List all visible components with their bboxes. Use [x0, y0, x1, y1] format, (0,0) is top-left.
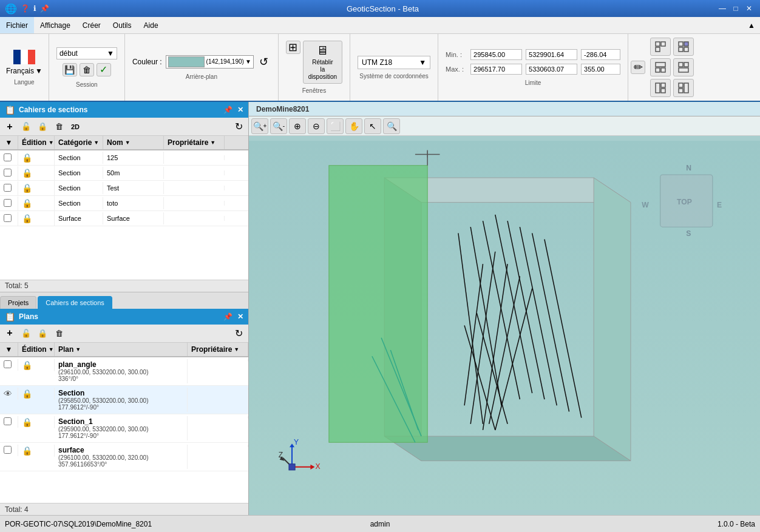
info-icon[interactable]: ℹ: [33, 4, 36, 13]
section-row-5[interactable]: 🔒 Surface Surface: [0, 211, 248, 226]
delete-section-button[interactable]: 🗑: [52, 120, 66, 133]
plans-pin-icon[interactable]: 📌: [223, 312, 232, 321]
svg-rect-1: [661, 42, 665, 46]
unlock-plan-button[interactable]: 🔓: [19, 326, 33, 340]
pencil-button[interactable]: ✏: [631, 61, 645, 74]
plan-row-2[interactable]: 👁 🔒 Section (295850.00, 5330200.00, 300.…: [0, 386, 248, 414]
ribbon-icon-btn-5[interactable]: [650, 79, 671, 97]
plan-row-1[interactable]: 🔒 plan_angle (296100.00, 5330200.00, 300…: [0, 357, 248, 386]
min-x-input[interactable]: [470, 49, 522, 60]
delete-plan-button[interactable]: 🗑: [52, 326, 66, 340]
menu-outils[interactable]: Outils: [107, 17, 138, 33]
min-z-input[interactable]: [581, 49, 620, 60]
viewport-canvas[interactable]: N TOP W E S Y Z: [249, 136, 760, 515]
session-confirm-button[interactable]: ✓: [97, 63, 111, 76]
plan4-checkbox[interactable]: [4, 446, 12, 454]
header-nom[interactable]: Nom ▼: [103, 136, 164, 149]
menu-aide[interactable]: Aide: [138, 17, 165, 33]
compass-e-label: E: [717, 201, 722, 209]
minimize-button[interactable]: —: [716, 3, 728, 14]
sections-pin-icon[interactable]: 📌: [223, 106, 232, 114]
pan-button[interactable]: ✋: [345, 118, 362, 134]
language-dropdown[interactable]: Français ▼: [6, 67, 42, 75]
maximize-button[interactable]: □: [730, 3, 742, 14]
color-dropdown-arrow-icon[interactable]: ▼: [245, 58, 251, 65]
unlock-section-button[interactable]: 🔓: [19, 120, 33, 133]
add-section-button[interactable]: +: [2, 120, 17, 133]
row4-check[interactable]: [0, 197, 18, 210]
compass-w-label: W: [642, 201, 649, 209]
zoom-out-button[interactable]: 🔍-: [270, 118, 287, 134]
max-x-input[interactable]: [470, 64, 522, 75]
sections-table-header: ▼ Édition ▼ Catégorie ▼ Nom ▼: [0, 136, 248, 150]
lock-section-button[interactable]: 🔒: [35, 120, 50, 133]
plans-header-plan[interactable]: Plan ▼: [55, 343, 188, 356]
fit-view-button[interactable]: ⬜: [327, 118, 344, 134]
sections-close-icon[interactable]: ✕: [237, 106, 243, 114]
session-delete-button[interactable]: 🗑: [80, 63, 94, 76]
svg-text:Z: Z: [279, 451, 283, 459]
session-save-button[interactable]: 💾: [63, 63, 77, 76]
menu-affichage[interactable]: Affichage: [34, 17, 76, 33]
row5-check[interactable]: [0, 212, 18, 226]
section-row-2[interactable]: 🔒 Section 50m: [0, 166, 248, 181]
close-button[interactable]: ✕: [743, 3, 755, 14]
coord-combo[interactable]: UTM Z18 ▼: [358, 56, 430, 69]
plans-header-proprietaire[interactable]: Propriétaire ▼: [188, 343, 248, 356]
min-y-input[interactable]: [526, 49, 577, 60]
header-proprietaire[interactable]: Propriétaire ▼: [164, 136, 225, 149]
plans-header-check[interactable]: ▼: [0, 343, 18, 356]
max-z-input[interactable]: [581, 64, 620, 75]
undo-button[interactable]: ↺: [257, 55, 271, 69]
row3-checkbox[interactable]: [4, 184, 12, 192]
refresh-plans-button[interactable]: ↻: [231, 326, 246, 340]
ribbon-icon-btn-3[interactable]: [650, 58, 671, 76]
ribbon-icon-btn-6[interactable]: [673, 79, 694, 97]
plan3-checkbox[interactable]: [4, 417, 12, 425]
zoom-shrink-button[interactable]: ⊖: [308, 118, 325, 134]
header-check[interactable]: ▼: [0, 136, 18, 149]
ribbon-icon-btn-2[interactable]: [673, 38, 694, 56]
ribbon-collapse-icon[interactable]: ▲: [748, 21, 755, 30]
lock-plan-button[interactable]: 🔒: [35, 326, 50, 340]
ribbon-icon-btn-1[interactable]: [650, 38, 671, 56]
zoom-extend-button[interactable]: ⊕: [289, 118, 306, 134]
row2-check[interactable]: [0, 166, 18, 180]
plans-close-icon[interactable]: ✕: [237, 312, 243, 321]
row4-checkbox[interactable]: [4, 199, 12, 207]
section-row-4[interactable]: 🔒 Section toto: [0, 196, 248, 211]
plan1-check[interactable]: [0, 359, 18, 371]
retablir-disposition-button[interactable]: 🖥 Rétablirladisposition: [303, 41, 342, 84]
row1-check[interactable]: [0, 151, 18, 165]
header-edition[interactable]: Édition ▼: [18, 136, 55, 149]
tab-projets[interactable]: Projets: [0, 296, 36, 309]
session-combo[interactable]: début ▼: [56, 47, 117, 59]
section-row-3[interactable]: 🔒 Section Test: [0, 181, 248, 196]
row2-checkbox[interactable]: [4, 169, 12, 177]
plan1-checkbox[interactable]: [4, 360, 12, 368]
add-plan-button[interactable]: +: [2, 326, 17, 340]
plans-header-edition[interactable]: Édition ▼: [18, 343, 55, 356]
2d-section-button[interactable]: 2D: [68, 120, 83, 133]
row5-checkbox[interactable]: [4, 214, 12, 222]
tab-cahiers[interactable]: Cahiers de sections: [38, 296, 112, 309]
row1-checkbox[interactable]: [4, 153, 12, 161]
fenetres-grid-button[interactable]: ⊞: [286, 41, 300, 54]
inspect-button[interactable]: 🔍: [383, 118, 400, 134]
plan2-check[interactable]: 👁: [0, 388, 18, 400]
menu-fichier[interactable]: Fichier: [0, 17, 34, 33]
ribbon-icon-btn-4[interactable]: [673, 58, 694, 76]
help-icon[interactable]: ❓: [21, 4, 30, 13]
refresh-sections-button[interactable]: ↻: [231, 120, 246, 133]
plan-row-4[interactable]: 🔒 surface (296100.00, 5330200.00, 320.00…: [0, 443, 248, 471]
plan-row-3[interactable]: 🔒 Section_1 (295900.00, 5330200.00, 300.…: [0, 414, 248, 443]
section-row-1[interactable]: 🔒 Section 125: [0, 150, 248, 166]
zoom-in-button[interactable]: 🔍+: [251, 118, 268, 134]
plan3-check[interactable]: [0, 416, 18, 428]
select-button[interactable]: ↖: [364, 118, 381, 134]
header-categorie[interactable]: Catégorie ▼: [55, 136, 103, 149]
row3-check[interactable]: [0, 181, 18, 195]
menu-creer[interactable]: Créer: [76, 17, 107, 33]
plan4-check[interactable]: [0, 445, 18, 456]
max-y-input[interactable]: [526, 64, 577, 75]
